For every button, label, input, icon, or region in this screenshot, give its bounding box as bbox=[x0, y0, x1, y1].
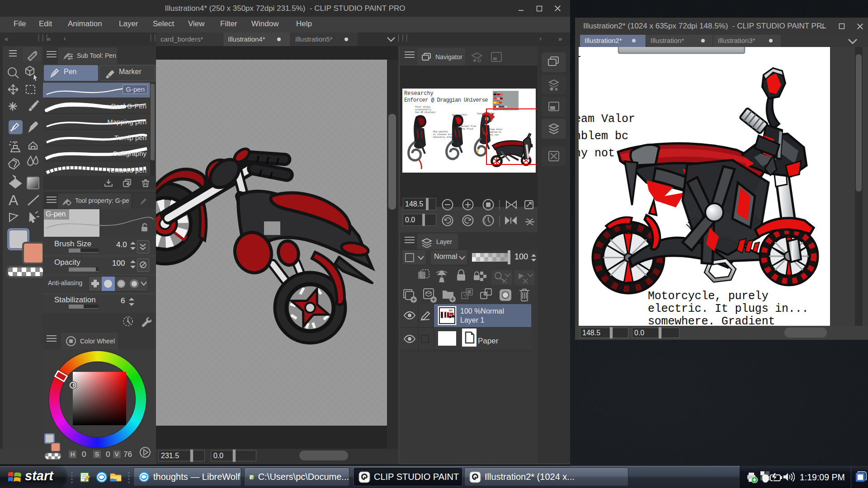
svg-text:Outline: Outline bbox=[494, 96, 501, 98]
svg-text:the front: the front bbox=[461, 128, 473, 131]
svg-text:basically armor: basically armor bbox=[433, 136, 453, 139]
svg-text:ny not: ny not bbox=[579, 147, 615, 160]
svg-text:A: A bbox=[9, 192, 19, 208]
svg-text:somewhere. Gradient: somewhere. Gradient bbox=[648, 315, 775, 326]
svg-text:r: r bbox=[579, 53, 581, 66]
svg-text:Chrome: Chrome bbox=[494, 104, 500, 106]
svg-text:Motorcycle, purely: Motorcycle, purely bbox=[648, 290, 769, 303]
svg-text:has AR displays: has AR displays bbox=[415, 111, 435, 114]
svg-text:Flames: Flames bbox=[494, 100, 500, 102]
svg-text:nblem bc: nblem bc bbox=[579, 130, 628, 143]
svg-text:eam Valor: eam Valor bbox=[579, 113, 635, 126]
svg-text:RGB: RGB bbox=[494, 92, 497, 94]
svg-text:Researchy: Researchy bbox=[404, 90, 434, 97]
svg-text:electric. It plugs in...: electric. It plugs in... bbox=[648, 302, 808, 315]
svg-text:Enforcer @ Draggian Universe: Enforcer @ Draggian Universe bbox=[404, 97, 488, 103]
